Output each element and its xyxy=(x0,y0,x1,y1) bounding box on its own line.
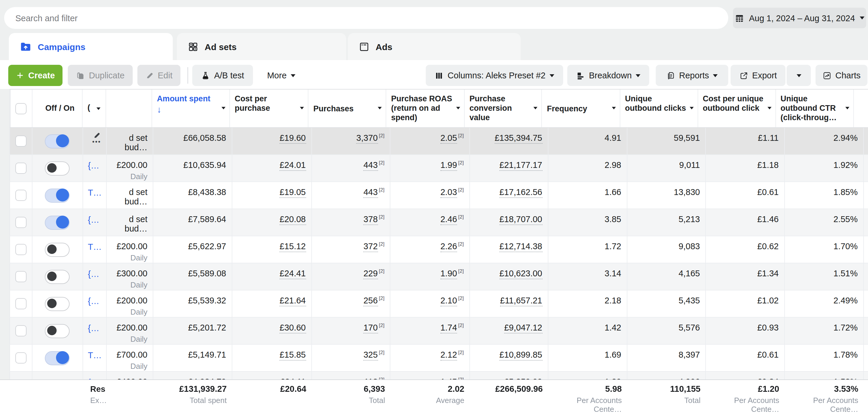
header-cost-per-unique-outbound-click[interactable]: Cost per unique outbound click xyxy=(698,90,776,127)
ab-test-button[interactable]: A/B test xyxy=(192,65,253,86)
purchases-cell: 378[2] xyxy=(312,209,390,236)
purchase-conversion-value-cell: £21,177.17 xyxy=(470,155,548,181)
cost-per-purchase-cell: £19.05 xyxy=(232,182,312,209)
unique-outbound-clicks-cell: 9,083 xyxy=(627,236,706,263)
select-all-checkbox-cell xyxy=(10,90,32,127)
campaign-name-link[interactable]: T… xyxy=(88,188,102,197)
cost-per-purchase-cell: £20.08 xyxy=(232,209,312,236)
create-button[interactable]: Create xyxy=(8,65,63,86)
select-all-checkbox[interactable] xyxy=(16,103,27,114)
cost-per-purchase-cell: £15.12 xyxy=(232,236,312,263)
header-purchase-conversion-value[interactable]: Purchase conversion value xyxy=(465,90,542,127)
more-options-icon[interactable]: ••• xyxy=(92,140,101,144)
row-checkbox[interactable] xyxy=(16,352,27,364)
search-input[interactable] xyxy=(4,13,728,23)
row-checkbox[interactable] xyxy=(16,190,27,201)
total-conversion-value: £266,509.96 xyxy=(470,380,548,413)
charts-button[interactable]: Charts xyxy=(815,65,867,86)
header-amount-spent[interactable]: Amount spent ↓ xyxy=(152,90,230,127)
row-checkbox[interactable] xyxy=(16,298,27,309)
header-campaign-name[interactable]: ( xyxy=(83,90,106,127)
columns-label: Columns: Aleks Preset #2 xyxy=(447,71,546,80)
purchase-roas-cell: 2.10[2] xyxy=(390,290,470,317)
purchase-roas-cell: 2.26[2] xyxy=(390,236,470,263)
export-button[interactable]: Export xyxy=(731,65,785,86)
tab-campaigns[interactable]: Campaigns xyxy=(9,33,173,60)
frequency-cell: 2.18 xyxy=(548,290,627,317)
campaign-name-link[interactable]: T… xyxy=(88,350,102,360)
campaign-toggle[interactable] xyxy=(45,161,70,175)
chevron-down-icon xyxy=(713,74,718,77)
chevron-down-icon xyxy=(612,107,616,110)
cost-per-purchase-cell: £24.01 xyxy=(232,155,312,181)
amount-spent-cell: £66,058.58 xyxy=(153,128,232,154)
header-purchase-roas[interactable]: Purchase ROAS (return on ad spend) xyxy=(386,90,465,127)
table-row: T… ••• £700.00 Daily £5,149.71 £15.85 32… xyxy=(9,345,868,372)
search-bar[interactable] xyxy=(4,7,728,29)
header-budget[interactable] xyxy=(106,90,152,127)
row-checkbox[interactable] xyxy=(16,325,27,336)
row-checkbox[interactable] xyxy=(16,271,27,282)
unique-outbound-ctr-cell: 1.72% xyxy=(784,317,864,344)
campaign-name-link[interactable]: {… xyxy=(88,161,99,170)
edit-pencil-icon[interactable] xyxy=(93,131,100,139)
duplicate-button[interactable]: Duplicate xyxy=(68,65,133,86)
cost-per-purchase-cell: £21.64 xyxy=(232,290,312,317)
row-checkbox[interactable] xyxy=(16,163,27,174)
ads-page-icon xyxy=(359,41,370,52)
calendar-icon xyxy=(735,13,744,23)
row-checkbox[interactable] xyxy=(16,244,27,255)
edit-button[interactable]: Edit xyxy=(137,65,181,86)
campaign-toggle[interactable] xyxy=(45,297,70,311)
chevron-down-icon xyxy=(550,74,554,77)
more-button[interactable]: More xyxy=(261,65,302,86)
header-cost-per-purchase[interactable]: Cost per purchase xyxy=(230,90,309,127)
date-range-button[interactable]: Aug 1, 2024 – Aug 31, 2024 xyxy=(733,8,866,28)
columns-button[interactable]: Columns: Aleks Preset #2 xyxy=(426,65,563,86)
header-unique-outbound-ctr[interactable]: Unique outbound CTR (click-throug… xyxy=(776,90,854,127)
frequency-cell: 2.98 xyxy=(548,155,627,181)
budget-cell: d set bud… xyxy=(107,182,153,209)
breakdown-icon xyxy=(576,71,585,80)
purchase-roas-cell: 2.12[2] xyxy=(390,345,470,371)
purchase-roas-cell: 2.46[2] xyxy=(390,209,470,236)
campaign-name-link[interactable]: {… xyxy=(88,323,99,333)
purchase-conversion-value-cell: £9,047.12 xyxy=(470,317,548,344)
campaign-toggle[interactable] xyxy=(45,351,70,365)
campaign-toggle[interactable] xyxy=(45,215,70,230)
header-frequency[interactable]: Frequency xyxy=(542,90,620,127)
campaign-name-link[interactable]: {… xyxy=(88,215,99,225)
header-unique-outbound-clicks[interactable]: Unique outbound clicks xyxy=(620,90,698,127)
chevron-down-icon xyxy=(845,107,849,110)
cost-per-unique-outbound-click-cell: £0.93 xyxy=(706,317,784,344)
reports-button[interactable]: Reports xyxy=(656,65,728,86)
breakdown-button[interactable]: Breakdown xyxy=(567,65,649,86)
campaign-name-link[interactable]: T… xyxy=(88,242,102,251)
header-off-on: Off / On xyxy=(32,90,83,127)
duplicate-icon xyxy=(76,71,85,80)
row-checkbox[interactable] xyxy=(16,217,27,228)
purchase-roas-cell: 1.74[2] xyxy=(390,317,470,344)
amount-spent-cell: £5,201.72 xyxy=(153,317,232,344)
export-options-button[interactable] xyxy=(786,65,811,86)
chevron-down-icon xyxy=(291,74,296,77)
campaign-toggle[interactable] xyxy=(45,242,70,256)
campaign-toggle[interactable] xyxy=(45,134,70,148)
chevron-down-icon xyxy=(860,16,865,20)
tab-ads[interactable]: Ads xyxy=(348,33,521,60)
campaign-name-link[interactable]: {… xyxy=(88,269,99,279)
row-checkbox[interactable] xyxy=(16,136,27,147)
purchase-conversion-value-cell: £18,707.00 xyxy=(470,209,548,236)
campaign-name-link[interactable]: {… xyxy=(88,296,99,306)
campaign-toggle[interactable] xyxy=(45,324,70,338)
header-purchases[interactable]: Purchases xyxy=(309,90,386,127)
tab-ad-sets[interactable]: Ad sets xyxy=(177,33,346,60)
purchase-conversion-value-cell: £10,899.85 xyxy=(470,345,548,371)
cost-per-unique-outbound-click-cell: £1.18 xyxy=(706,155,784,181)
amount-spent-cell: £8,438.38 xyxy=(153,182,232,209)
campaign-toggle[interactable] xyxy=(45,270,70,284)
unique-outbound-ctr-cell: 1.51% xyxy=(784,263,864,290)
budget-cell: £300.00 Daily xyxy=(107,263,153,290)
export-icon xyxy=(739,71,748,80)
campaign-toggle[interactable] xyxy=(45,188,70,202)
